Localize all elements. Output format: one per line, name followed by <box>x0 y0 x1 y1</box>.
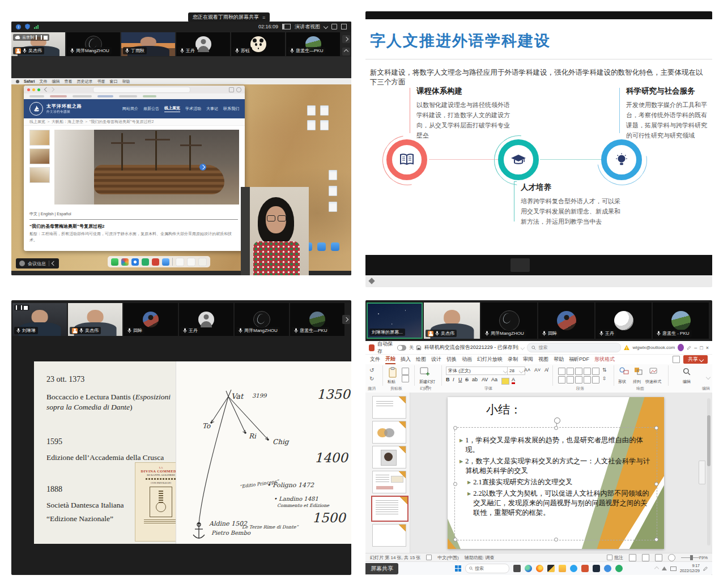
participant-tile[interactable]: 周萍MangZHOU <box>235 303 289 336</box>
autosave-toggle[interactable] <box>397 345 407 351</box>
char-spacing-icon[interactable]: AV <box>482 377 488 382</box>
highlight-color-icon[interactable] <box>501 378 509 385</box>
tab-transitions[interactable]: 切换 <box>446 356 457 363</box>
zoom-window-icon[interactable] <box>37 88 40 91</box>
tabs-icon[interactable] <box>236 87 241 92</box>
language-status[interactable]: 中文(中国) <box>437 555 458 561</box>
powerpoint-taskbar-icon[interactable] <box>581 565 589 572</box>
slide-thumbnail[interactable] <box>372 524 406 547</box>
forward-icon[interactable] <box>50 87 54 92</box>
info-icon[interactable]: i <box>16 24 21 29</box>
menu-item[interactable]: 帮助 <box>122 79 130 84</box>
task-view-icon[interactable] <box>513 565 521 572</box>
scrollbar[interactable] <box>707 398 711 546</box>
file-explorer-icon[interactable] <box>547 565 555 572</box>
file-icon[interactable] <box>320 120 329 130</box>
bookmark-item[interactable] <box>50 95 67 97</box>
browser-icon[interactable] <box>152 258 159 266</box>
file-icon[interactable] <box>320 105 329 116</box>
accessibility-status[interactable]: 辅助功能: 调查 <box>465 555 494 561</box>
font-size-select[interactable]: 28 <box>507 367 525 375</box>
windows-start-icon[interactable] <box>455 565 461 572</box>
menu-item[interactable]: 书签 <box>97 79 105 84</box>
file-icon[interactable] <box>329 202 337 212</box>
apple-menu-icon[interactable] <box>16 80 19 83</box>
bullet-text[interactable]: 1，学科交叉是学科发展的趋势，也是研究者思维自由的体现。 <box>465 436 652 455</box>
bookmark-item[interactable] <box>119 95 137 97</box>
slide-thumbnail[interactable] <box>372 396 406 419</box>
safari-icon[interactable] <box>131 258 139 266</box>
minimize-icon[interactable]: – <box>694 345 697 351</box>
participant-tile[interactable]: 周萍MangZHOU <box>66 32 120 56</box>
app-icon[interactable] <box>593 565 600 572</box>
strikethrough-icon[interactable]: S <box>465 377 469 382</box>
document-icon[interactable] <box>176 258 184 266</box>
resize-handle[interactable] <box>453 538 457 542</box>
stop-recording-icon[interactable] <box>44 36 48 40</box>
url-bar[interactable] <box>93 87 190 93</box>
window-icon[interactable] <box>341 24 347 29</box>
bookmark-item[interactable] <box>73 95 92 97</box>
cut-icon[interactable] <box>402 368 409 375</box>
arrange-icon[interactable] <box>634 367 643 375</box>
pen-icon[interactable] <box>703 566 708 571</box>
wechat-icon[interactable] <box>615 565 623 572</box>
ship-photo[interactable] <box>54 130 239 204</box>
bullet-text[interactable]: 2.2以数字人文为契机，可以促进人文社科内部不同领域的交叉融汇，发现原来的问题视… <box>473 489 652 518</box>
ribbon-display-icon[interactable] <box>687 345 691 351</box>
bullets-icon[interactable] <box>558 368 565 375</box>
notes-icon[interactable] <box>426 555 432 560</box>
shadow-icon[interactable]: ab <box>472 377 478 382</box>
photo-next-icon[interactable] <box>199 164 206 171</box>
menu-icon[interactable]: ≡ <box>262 15 265 20</box>
firefox-icon[interactable] <box>536 565 543 572</box>
document-title[interactable]: 科研机构交流会报告20221229 - 已保存到此台电脑 <box>424 344 519 351</box>
share-button[interactable]: 共享 <box>683 355 708 364</box>
tab-review[interactable]: 审阅 <box>523 356 533 363</box>
participant-tile[interactable]: 吴杰伟 <box>68 303 122 336</box>
participant-tile[interactable]: 周萍MangZHOU <box>481 302 537 339</box>
participant-tile[interactable]: 回眸 <box>124 303 178 336</box>
tab-view[interactable]: 视图 <box>538 356 548 363</box>
resize-handle[interactable] <box>654 482 658 486</box>
nav-item[interactable]: 最新公告 <box>143 106 159 112</box>
edit-label[interactable]: 编辑 <box>683 379 691 385</box>
taskbar-clock[interactable]: 9:17 2022/12/29 <box>680 564 700 573</box>
resize-handle[interactable] <box>654 538 658 542</box>
nav-item[interactable]: 学术活动 <box>185 106 201 112</box>
nav-item[interactable]: 网站简介 <box>122 106 138 112</box>
participant-tile[interactable]: 回眸 <box>538 302 594 339</box>
menu-item[interactable]: 编辑 <box>52 79 59 84</box>
bold-icon[interactable]: B <box>446 377 450 382</box>
tab-help[interactable]: 帮助 <box>554 356 564 363</box>
account-email[interactable]: wlgwlx@outlook.com <box>632 345 675 350</box>
slideshow-icon[interactable] <box>668 554 675 561</box>
numbering-icon[interactable] <box>567 368 574 375</box>
share-page-icon[interactable] <box>229 87 234 92</box>
normal-view-icon[interactable] <box>629 554 636 561</box>
redo-icon[interactable]: ↻ <box>369 376 374 382</box>
participant-tile[interactable]: 王丹 <box>179 303 233 336</box>
zoom-level[interactable]: 79% <box>699 555 708 560</box>
zoom-slider[interactable] <box>681 555 693 560</box>
paste-label[interactable]: 粘贴 <box>388 379 395 385</box>
resize-handle[interactable] <box>453 426 457 430</box>
pause-recording-icon[interactable] <box>36 35 42 40</box>
shield-icon[interactable] <box>25 24 30 29</box>
participant-tile[interactable]: 苏钰 <box>231 32 285 56</box>
tab-draw[interactable]: 绘图 <box>416 356 426 363</box>
file-icon[interactable] <box>307 120 316 130</box>
participant-tile-active-speaker[interactable]: 刘琳琳的屏幕... <box>367 302 423 339</box>
launchpad-icon[interactable] <box>121 258 129 266</box>
participant-tile[interactable]: 唐孟生—PKU <box>290 303 344 336</box>
view-mode-label[interactable]: 演讲者视图 <box>295 23 320 31</box>
shapes-label[interactable]: 形状 <box>618 379 626 385</box>
tab-record[interactable]: 录制 <box>508 356 518 363</box>
minimize-window-icon[interactable] <box>32 88 35 91</box>
tab-design[interactable]: 设计 <box>431 356 441 363</box>
trash-icon[interactable] <box>198 258 207 266</box>
back-icon[interactable] <box>44 87 49 92</box>
wechat-icon[interactable] <box>142 258 149 266</box>
wifi-icon[interactable] <box>662 566 667 570</box>
resize-handle[interactable] <box>554 426 558 430</box>
